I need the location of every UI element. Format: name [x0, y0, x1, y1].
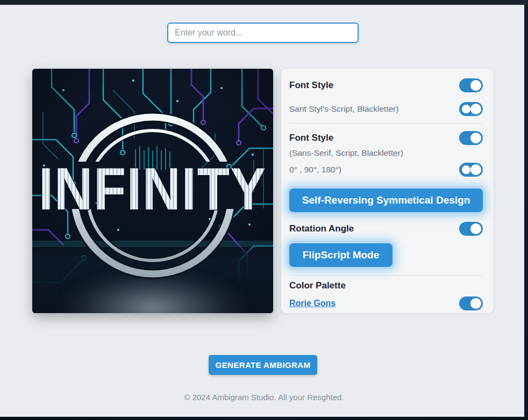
font-style-1-toggle[interactable] [459, 78, 483, 92]
settings-panel: Font Style Sant Styl's-Script, Blacklett… [281, 69, 494, 313]
generate-ambigram-button[interactable]: GENERATE AMBIGRAM [209, 355, 317, 375]
color-palette-toggle[interactable] [459, 296, 483, 310]
rotation-angle-label: Rotation Angle [289, 223, 354, 234]
self-reversing-symmetrical-design-button[interactable]: Self-Reversing Symmetical Design [289, 189, 483, 212]
toggle-knob [470, 104, 481, 114]
rotation-angles-text: 0° , 90°, 180°) [289, 165, 341, 175]
toggle-knob [470, 164, 481, 175]
rotation-angle-toggle[interactable] [459, 222, 483, 236]
toggle-knob [470, 80, 481, 91]
font-style-1-subtitle: Sant Styl's-Script, Blackletter) [289, 104, 399, 114]
right-frame-bar [524, 5, 528, 420]
bottom-frame-bar [0, 417, 528, 420]
font-style-1-title: Font Style [289, 80, 333, 91]
ambigram-preview-image: INFINITY [32, 69, 273, 313]
font-style-2-toggle[interactable] [459, 131, 483, 145]
footer-copyright: © 2024 Ambigram Studio. All your Resghte… [0, 393, 528, 402]
font-style-1-subtitle-toggle[interactable] [459, 102, 483, 116]
color-palette-link[interactable]: Rorie Gons [289, 299, 336, 308]
font-style-2-title: Font Style [289, 133, 333, 143]
word-input[interactable] [167, 23, 359, 43]
toggle-knob [470, 223, 481, 234]
rotation-angles-toggle[interactable] [459, 163, 483, 177]
toggle-knob [470, 133, 481, 143]
preview-word-text: INFINITY [39, 155, 267, 222]
toggle-knob [470, 298, 481, 309]
toggle-knob-left [462, 165, 470, 174]
section-divider [289, 123, 483, 124]
font-style-2-subtitle: (Sans-Serif, Script, Blackletter) [289, 148, 403, 157]
top-frame-bar [0, 0, 528, 5]
color-palette-label: Color Palette [289, 280, 346, 291]
toggle-knob-left [462, 105, 470, 113]
circuit-artwork: INFINITY [32, 69, 273, 313]
flipscript-mode-button[interactable]: FlipScript Mode [289, 243, 393, 267]
section-divider [289, 275, 483, 276]
